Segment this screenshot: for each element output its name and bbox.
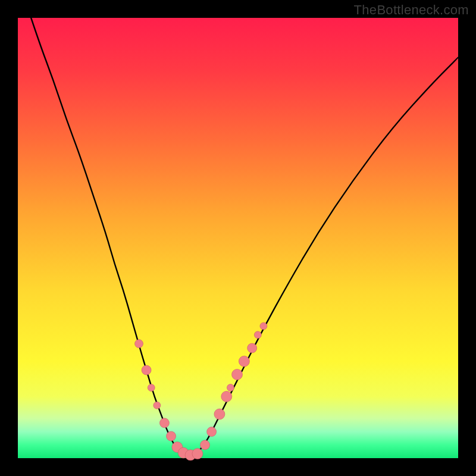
data-marker <box>142 365 151 375</box>
data-marker <box>221 391 232 402</box>
data-marker <box>232 369 243 380</box>
data-marker <box>239 356 249 367</box>
data-marker <box>248 343 257 353</box>
data-marker <box>192 449 203 459</box>
chart-svg <box>18 18 458 458</box>
data-marker <box>167 431 176 441</box>
data-marker <box>254 331 261 339</box>
data-marker <box>148 384 155 392</box>
watermark-label: TheBottleneck.com <box>354 2 469 18</box>
data-marker <box>227 384 234 392</box>
data-marker <box>201 440 210 450</box>
data-marker <box>135 340 143 348</box>
data-marker <box>207 427 217 437</box>
bottleneck-curve <box>31 18 458 456</box>
data-marker <box>154 402 161 409</box>
data-marker <box>214 409 225 419</box>
data-marker <box>159 418 169 428</box>
data-marker <box>260 322 267 330</box>
chart-frame: TheBottleneck.com <box>0 0 476 476</box>
chart-plot-area <box>18 18 458 458</box>
